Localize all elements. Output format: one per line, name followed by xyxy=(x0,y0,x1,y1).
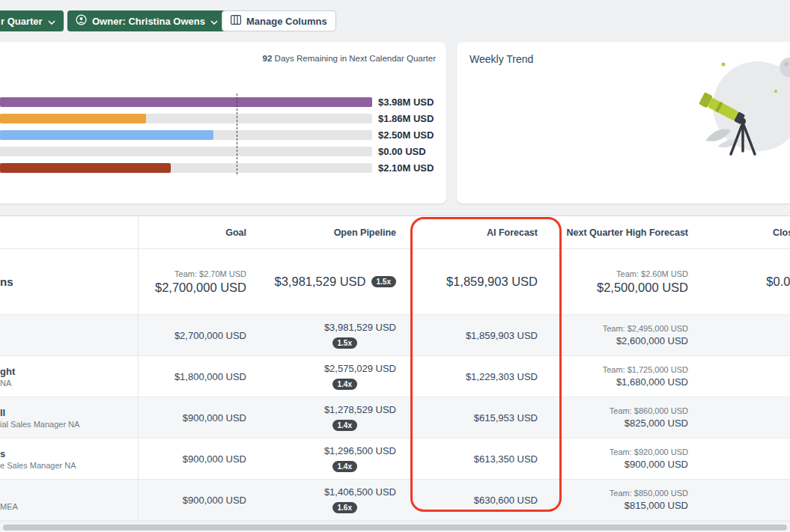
pipeline-value: $3,981,529 USD xyxy=(324,322,396,333)
pipeline-value: $1,278,529 USD xyxy=(324,404,396,415)
bar-value-label: $0.00 USD xyxy=(378,147,426,156)
team-next: Team: $2,495,000 USD xyxy=(603,324,688,333)
ai-forecast-cell: $615,953 USD xyxy=(408,397,562,438)
ai-forecast-value: $1,859,903 USD xyxy=(466,330,538,341)
ai-forecast-cell: $630,600 USD xyxy=(408,480,562,520)
bar-row-ai-forecast: $1.86M USD xyxy=(0,114,372,130)
header-open-pipeline[interactable]: Open Pipeline xyxy=(258,216,408,248)
bar-ai-forecast xyxy=(0,114,146,123)
header-name-column xyxy=(0,216,139,248)
team-goal: Team: $2.70M USD xyxy=(174,269,246,278)
forecast-progress-card: 92 Days Remaining in Next Calendar Quart… xyxy=(0,42,446,204)
owner-filter-button[interactable]: Owner: Christina Owens xyxy=(67,10,226,31)
open-pipeline-cell: $3,981,529 USD 1.5x xyxy=(258,249,408,314)
goal-cell: Team: $2.70M USD $2,700,000 USD xyxy=(139,249,258,314)
header-label: Next Quarter High Forecast xyxy=(566,227,688,238)
row-name: ns xyxy=(0,275,13,288)
ai-forecast-cell: $1,859,903 USD xyxy=(408,249,562,314)
weekly-trend-title: Weekly Trend xyxy=(470,53,533,65)
header-goal[interactable]: Goal xyxy=(139,216,258,248)
ai-forecast-cell: $1,229,303 USD xyxy=(408,356,562,397)
table-row-summary[interactable]: ns Team: $2.70M USD $2,700,000 USD $3,98… xyxy=(0,249,790,315)
bar-row-pipeline: $3.98M USD xyxy=(0,97,372,114)
row-subtitle: ial Sales Manager NA xyxy=(0,420,79,429)
next-value: $815,000 USD xyxy=(625,500,688,511)
goal-value: $900,000 USD xyxy=(183,412,246,424)
goal-cell: $900,000 USD xyxy=(139,397,258,438)
header-label: AI Forecast xyxy=(487,227,538,238)
open-pipeline-cell: $1,278,529 USD 1.4x xyxy=(258,397,408,438)
table-row[interactable]: MEA $900,000 USD $1,406,500 USD 1.6x $63… xyxy=(0,480,790,521)
coverage-badge: 1.5x xyxy=(332,337,357,349)
coverage-badge: 1.4x xyxy=(332,420,357,431)
closed-won-cell: $0.00 USD xyxy=(700,249,790,314)
header-next-quarter-high-forecast[interactable]: Next Quarter High Forecast xyxy=(562,216,700,248)
quarter-filter-label: r Quarter xyxy=(1,16,43,27)
ai-forecast-value: $1,229,303 USD xyxy=(466,371,538,382)
next-quarter-cell: Team: $860,000 USD $825,000 USD xyxy=(562,397,700,438)
manage-columns-label: Manage Columns xyxy=(246,16,327,27)
goal-marker xyxy=(237,94,237,174)
row-subtitle: MEA xyxy=(0,502,18,511)
ai-forecast-value: $615,953 USD xyxy=(474,412,538,424)
forecast-dashboard: r Quarter Owner: Christina Owens Manage … xyxy=(0,0,790,532)
open-pipeline-cell: $3,981,529 USD 1.5x xyxy=(258,315,408,355)
coverage-badge: 1.4x xyxy=(332,461,357,472)
coverage-badge: 1.4x xyxy=(332,379,357,390)
next-quarter-cell: Team: $920,000 USD $900,000 USD xyxy=(562,438,700,479)
table-row[interactable]: ght NA $1,800,000 USD $2,575,029 USD 1.4… xyxy=(0,356,790,397)
goal-value: $2,700,000 USD xyxy=(155,281,246,295)
bar-track xyxy=(0,147,372,156)
next-quarter-cell: Team: $2,495,000 USD $2,600,000 USD xyxy=(562,315,700,355)
quarter-filter-button[interactable]: r Quarter xyxy=(0,10,64,31)
row-name: ght xyxy=(0,366,15,377)
header-closed-won[interactable]: Closed Won xyxy=(700,216,790,248)
header-label: Open Pipeline xyxy=(334,227,396,238)
person-icon xyxy=(76,14,87,28)
next-value: $2,600,000 USD xyxy=(616,335,688,346)
bar-high-forecast xyxy=(0,130,213,140)
bar-row-high-forecast: $2.50M USD xyxy=(0,130,372,147)
next-value: $1,680,000 USD xyxy=(616,376,688,388)
table-row[interactable]: ll ial Sales Manager NA $900,000 USD $1,… xyxy=(0,397,790,438)
columns-icon xyxy=(231,15,241,27)
row-subtitle: NA xyxy=(0,379,11,388)
bar-value-label: $1.86M USD xyxy=(378,114,434,123)
header-ai-forecast[interactable]: AI Forecast xyxy=(408,216,562,248)
open-pipeline-cell: $1,406,500 USD 1.6x xyxy=(258,480,408,520)
header-label: Goal xyxy=(225,227,246,238)
pipeline-value: $1,406,500 USD xyxy=(324,486,396,498)
next-quarter-cell: Team: $850,000 USD $815,000 USD xyxy=(562,480,700,520)
goal-value: $900,000 USD xyxy=(183,495,246,506)
bar-value-label: $2.50M USD xyxy=(378,130,434,140)
days-remaining-caption: Days Remaining in Next Calendar Quarter xyxy=(275,54,436,63)
closed-won-cell xyxy=(700,480,790,520)
closed-value: $0.00 USD xyxy=(766,275,790,289)
days-remaining-value: 92 xyxy=(263,54,273,63)
goal-cell: $2,700,000 USD xyxy=(139,315,258,355)
horizontal-scrollbar-thumb[interactable] xyxy=(3,525,787,531)
closed-won-cell xyxy=(700,315,790,355)
bar-value-label: $2.10M USD xyxy=(378,163,434,173)
team-next: Team: $2.60M USD xyxy=(616,269,688,278)
pipeline-value: $3,981,529 USD xyxy=(275,275,366,289)
table-row[interactable]: $2,700,000 USD $3,981,529 USD 1.5x $1,85… xyxy=(0,315,790,356)
pipeline-value: $1,296,500 USD xyxy=(324,445,396,456)
manage-columns-button[interactable]: Manage Columns xyxy=(222,10,336,31)
name-cell: ll ial Sales Manager NA xyxy=(0,397,139,438)
closed-won-cell xyxy=(700,356,790,397)
bar-pipeline xyxy=(0,97,372,107)
days-remaining-text: 92 Days Remaining in Next Calendar Quart… xyxy=(263,54,436,63)
open-pipeline-cell: $1,296,500 USD 1.4x xyxy=(258,438,408,479)
table-row[interactable]: s e Sales Manager NA $900,000 USD $1,296… xyxy=(0,438,790,480)
table-header-row: Goal Open Pipeline AI Forecast Next Quar… xyxy=(0,216,790,249)
next-quarter-cell: Team: $2.60M USD $2,500,000 USD xyxy=(562,249,700,314)
next-value: $825,000 USD xyxy=(625,418,688,429)
closed-won-cell xyxy=(700,397,790,438)
goal-cell: $1,800,000 USD xyxy=(139,356,258,397)
next-value: $2,500,000 USD xyxy=(597,281,688,295)
horizontal-scrollbar xyxy=(0,523,790,532)
owner-filter-label: Owner: Christina Owens xyxy=(92,16,205,27)
row-subtitle: e Sales Manager NA xyxy=(0,461,76,470)
ai-forecast-cell: $613,350 USD xyxy=(408,438,562,479)
